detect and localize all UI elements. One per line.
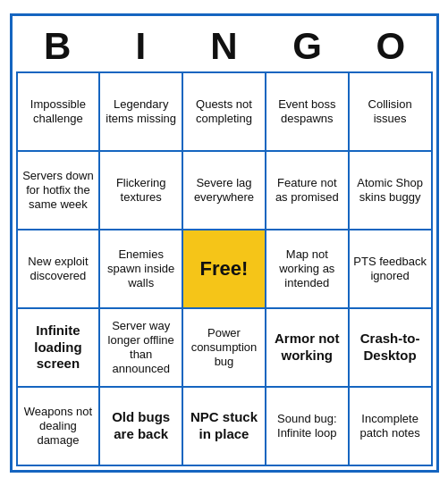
bingo-cell-8[interactable]: Feature not as promised <box>266 152 350 230</box>
letter-b: B <box>18 25 97 68</box>
bingo-cell-14[interactable]: PTS feedback ignored <box>350 230 433 309</box>
bingo-cell-16[interactable]: Server way longer offline than announced <box>100 309 183 388</box>
bingo-cell-0[interactable]: Impossible challenge <box>18 73 101 152</box>
letter-n: N <box>184 25 263 68</box>
bingo-cell-5[interactable]: Servers down for hotfix the same week <box>18 152 101 230</box>
bingo-header: B I N G O <box>16 20 433 71</box>
letter-i: I <box>101 25 180 68</box>
bingo-cell-3[interactable]: Event boss despawns <box>266 73 350 152</box>
bingo-cell-19[interactable]: Crash-to-Desktop <box>350 309 433 388</box>
bingo-cell-10[interactable]: New exploit discovered <box>18 230 101 309</box>
free-cell[interactable]: Free! <box>183 230 266 309</box>
bingo-cell-23[interactable]: Sound bug: Infinite loop <box>266 388 350 466</box>
bingo-cell-20[interactable]: Weapons not dealing damage <box>18 388 101 466</box>
bingo-cell-15[interactable]: Infinite loading screen <box>18 309 101 388</box>
bingo-card: B I N G O Impossible challengeLegendary … <box>10 13 439 473</box>
bingo-cell-1[interactable]: Legendary items missing <box>100 73 183 152</box>
bingo-cell-18[interactable]: Armor not working <box>266 309 350 388</box>
letter-o: O <box>351 25 430 68</box>
bingo-cell-9[interactable]: Atomic Shop skins buggy <box>350 152 433 230</box>
bingo-grid: Impossible challengeLegendary items miss… <box>16 71 433 466</box>
bingo-cell-24[interactable]: Incomplete patch notes <box>350 388 433 466</box>
bingo-cell-7[interactable]: Severe lag everywhere <box>183 152 266 230</box>
bingo-cell-21[interactable]: Old bugs are back <box>100 388 183 466</box>
letter-g: G <box>268 25 347 68</box>
bingo-cell-13[interactable]: Map not working as intended <box>266 230 350 309</box>
bingo-cell-2[interactable]: Quests not completing <box>183 73 266 152</box>
bingo-cell-17[interactable]: Power consumption bug <box>183 309 266 388</box>
bingo-cell-22[interactable]: NPC stuck in place <box>183 388 266 466</box>
bingo-cell-4[interactable]: Collision issues <box>350 73 433 152</box>
bingo-cell-6[interactable]: Flickering textures <box>100 152 183 230</box>
bingo-cell-11[interactable]: Enemies spawn inside walls <box>100 230 183 309</box>
